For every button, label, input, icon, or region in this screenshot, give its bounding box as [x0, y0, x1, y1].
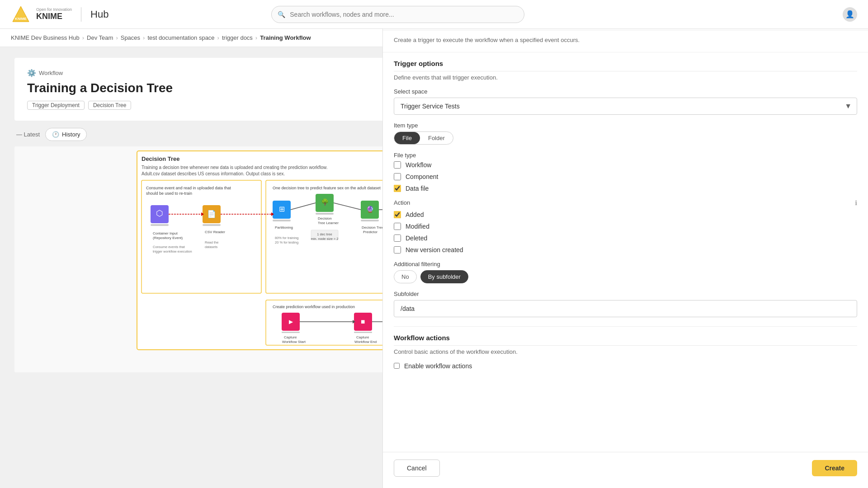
item-type-file-button[interactable]: File [394, 132, 420, 144]
action-modified: Modified [394, 223, 857, 230]
svg-rect-64 [354, 332, 372, 333]
search-input[interactable] [271, 6, 524, 23]
breadcrumb-sep-0: › [82, 34, 84, 41]
select-space-dropdown[interactable]: Trigger Service Tests [394, 98, 857, 115]
svg-rect-28 [273, 220, 291, 221]
svg-text:Decision Tree: Decision Tree [142, 155, 180, 162]
knime-logo: KNIME [11, 5, 31, 24]
latest-label: — Latest [16, 131, 40, 138]
svg-text:should be used to re-train: should be used to re-train [146, 191, 192, 196]
create-button[interactable]: Create [812, 460, 857, 476]
svg-text:⏹: ⏹ [360, 319, 366, 325]
search-bar: 🔍 [271, 6, 524, 23]
svg-text:Tree Learner: Tree Learner [318, 221, 339, 225]
enable-workflow-checkbox[interactable] [394, 363, 400, 369]
action-deleted: Deleted [394, 235, 857, 242]
breadcrumb-item-4[interactable]: trigger docs [222, 34, 253, 41]
svg-text:Consume events that: Consume events that [153, 245, 185, 249]
main-layout: ⚙️ Workflow Training a Decision Tree Tri… [0, 47, 868, 488]
filter-no-button[interactable]: No [394, 270, 417, 283]
action-added: Added [394, 211, 857, 218]
file-type-datafile: Data file [394, 185, 857, 192]
svg-text:Capture: Capture [284, 335, 297, 339]
svg-text:datasets: datasets [205, 245, 218, 249]
item-type-folder-button[interactable]: Folder [420, 132, 453, 144]
svg-text:🔮: 🔮 [366, 206, 374, 213]
select-space-wrapper: Trigger Service Tests ▼ [394, 98, 857, 115]
svg-rect-44 [361, 220, 379, 221]
subfolder-label: Subfolder [394, 291, 857, 297]
breadcrumb-item-2[interactable]: Spaces [121, 34, 140, 41]
svg-text:Decision Tree: Decision Tree [362, 225, 384, 230]
svg-text:KNIME: KNIME [15, 17, 27, 21]
svg-text:🌳: 🌳 [321, 198, 329, 206]
action-checkboxes: Added Modified Deleted New version [394, 211, 857, 253]
workflow-actions-header: Workflow actions [394, 334, 857, 346]
history-button[interactable]: 🕐 History [45, 128, 87, 141]
trigger-options-desc: Define events that will trigger executio… [394, 74, 857, 81]
filter-subfolder-button[interactable]: By subfolder [420, 270, 468, 283]
action-header-row: Action ℹ [394, 199, 857, 206]
tag-1[interactable]: Decision Tree [88, 101, 131, 110]
file-type-workflow-checkbox[interactable] [394, 161, 401, 169]
item-type-toggle: File Folder [394, 131, 453, 145]
item-type-group: Item type File Folder [394, 122, 857, 145]
svg-text:20 % for testing: 20 % for testing [275, 240, 298, 244]
header: KNIME Open for Innovation KNIME Hub 🔍 👤 [0, 0, 868, 29]
file-type-component-checkbox[interactable] [394, 173, 401, 180]
svg-text:1 dec tree: 1 dec tree [317, 232, 332, 236]
action-modified-checkbox[interactable] [394, 223, 401, 230]
logo-area: KNIME Open for Innovation KNIME Hub [11, 5, 108, 24]
breadcrumb-item-0[interactable]: KNIME Dev Business Hub [11, 34, 80, 41]
svg-text:Workflow Start: Workflow Start [282, 340, 306, 344]
cancel-button[interactable]: Cancel [394, 460, 440, 477]
knime-label: KNIME [36, 12, 72, 21]
select-space-group: Select space Trigger Service Tests ▼ [394, 88, 857, 115]
search-icon: 🔍 [278, 11, 285, 18]
right-panel: ⚡ Create trigger ✕ Create a trigger to e… [382, 0, 868, 488]
svg-text:trigger workflow execution: trigger workflow execution [153, 249, 192, 253]
tag-0[interactable]: Trigger Deployment [27, 101, 85, 110]
panel-footer: Cancel Create [383, 452, 868, 484]
file-type-label: File type [394, 152, 857, 159]
svg-text:Container Input: Container Input [153, 231, 178, 235]
svg-text:Capture: Capture [356, 335, 369, 339]
hub-label: Hub [90, 9, 108, 20]
user-avatar[interactable]: 👤 [843, 7, 857, 22]
svg-text:Adult.csv dataset describes US: Adult.csv dataset describes US census in… [142, 171, 285, 176]
additional-filtering-label: Additional filtering [394, 261, 857, 267]
breadcrumb-item-1[interactable]: Dev Team [87, 34, 113, 41]
action-new-version-checkbox[interactable] [394, 246, 401, 253]
additional-filtering-group: Additional filtering No By subfolder [394, 261, 857, 283]
info-icon[interactable]: ℹ [855, 199, 857, 206]
action-label: Action [394, 199, 410, 206]
workflow-actions-section: Workflow actions Control basic actions o… [394, 326, 857, 370]
svg-text:min. node size = 2: min. node size = 2 [311, 237, 338, 241]
subfolder-group: Subfolder [394, 291, 857, 317]
file-type-datafile-checkbox[interactable] [394, 185, 401, 192]
breadcrumb-sep-2: › [143, 34, 145, 41]
svg-text:Read the: Read the [205, 240, 218, 244]
svg-text:📄: 📄 [207, 210, 216, 218]
panel-body: Trigger options Define events that will … [383, 52, 868, 413]
workflow-actions-desc: Control basic actions of the workflow ex… [394, 348, 857, 355]
file-type-group: File type Workflow Component Data fil [394, 152, 857, 192]
action-added-checkbox[interactable] [394, 211, 401, 218]
header-divider [81, 7, 81, 22]
svg-text:Create prediction workflow use: Create prediction workflow used in produ… [273, 305, 355, 309]
svg-rect-18 [203, 224, 221, 226]
svg-text:▶: ▶ [289, 319, 293, 325]
svg-text:⊞: ⊞ [279, 205, 285, 213]
svg-text:Predictor: Predictor [363, 230, 377, 234]
svg-text:One decision tree to predict f: One decision tree to predict feature sex… [273, 186, 381, 190]
svg-text:Workflow End: Workflow End [354, 340, 377, 344]
panel-scroll-area: ⚡ Create trigger ✕ Create a trigger to e… [383, 0, 868, 452]
file-type-workflow: Workflow [394, 161, 857, 169]
breadcrumb-item-3[interactable]: test documentation space [147, 34, 214, 41]
svg-rect-11 [151, 224, 169, 226]
trigger-options-header: Trigger options [394, 60, 857, 71]
subfolder-input[interactable] [394, 300, 857, 317]
panel-subtitle: Create a trigger to execute the workflow… [383, 30, 868, 52]
action-deleted-checkbox[interactable] [394, 235, 401, 242]
svg-rect-36 [316, 213, 334, 215]
